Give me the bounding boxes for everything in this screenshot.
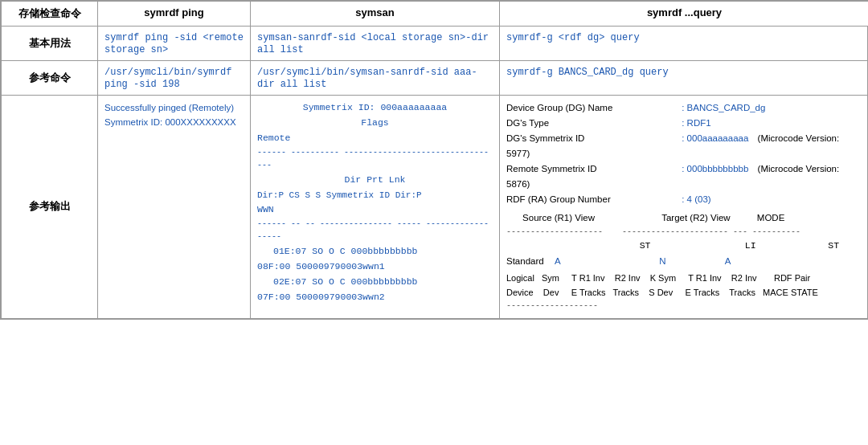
query-out-dashes-1: -------------------- -------------------… — [506, 226, 862, 239]
symsan-refout: Symmetrix ID: 000aaaaaaaaa Flags Remote … — [251, 96, 500, 319]
query-refout: Device Group (DG) Name : BANCS_CARD_dg D… — [500, 96, 869, 319]
query-label: RDF (RA) Group Number — [506, 192, 679, 207]
query-label: Standard — [506, 256, 544, 266]
query-label: DG's Type — [506, 116, 679, 131]
header-ping: symrdf ping — [98, 2, 251, 27]
row-label-basic: 基本用法 — [2, 27, 98, 61]
query-value: A — [555, 256, 560, 266]
query-value: : 000aaaaaaaaa — [682, 133, 748, 143]
header-cmd: 存储检查命令 — [2, 2, 98, 27]
ping-refcmd: /usr/symcli/bin/symrdf ping -sid 198 — [98, 61, 251, 96]
query-out-rdf-group: RDF (RA) Group Number : 4 (03) — [506, 192, 862, 207]
query-out-dg-name: Device Group (DG) Name : BANCS_CARD_dg — [506, 100, 862, 116]
symsan-out-10: 08F:00 500009790003wwn1 — [257, 259, 493, 275]
table-row: 参考命令 /usr/symcli/bin/symrdf ping -sid 19… — [2, 61, 869, 96]
table-row: 参考输出 Successfully pinged (Remotely) Symm… — [2, 96, 869, 319]
symsan-out-9: 01E:07 SO O C 000bbbbbbbbb — [257, 244, 493, 259]
query-label: Device Group (DG) Name — [506, 100, 679, 116]
query-out-remote-symid: Remote Symmetrix ID : 000bbbbbbbbb (Micr… — [506, 161, 862, 192]
query-out-device-header: Device Dev E Tracks Tracks S Dev E Track… — [506, 285, 862, 300]
query-out-st-header: ST LI ST — [506, 239, 862, 254]
symsan-refcmd: /usr/symcli/bin/symsan-sanrdf-sid aaa-di… — [251, 61, 500, 96]
query-out-logical-header: Logical Sym T R1 Inv R2 Inv K Sym T R1 I… — [506, 271, 862, 285]
symsan-basic: symsan-sanrdf-sid <local storage sn>-dir… — [251, 27, 500, 61]
ping-line-2: Symmetrix ID: 000XXXXXXXXX — [104, 115, 244, 129]
symsan-out-1: Symmetrix ID: 000aaaaaaaaa — [257, 100, 493, 116]
query-label: Source (R1) View — [506, 210, 595, 226]
query-mode: MODE — [757, 213, 785, 222]
query-out-dg-symid: DG's Symmetrix ID : 000aaaaaaaaa (Microc… — [506, 131, 862, 161]
query-value: : BANCS_CARD_dg — [682, 103, 765, 112]
query-value: : 000bbbbbbbbb — [682, 164, 748, 174]
query-out-standard: Standard A N A — [506, 254, 862, 269]
query-basic: symrdf-g <rdf dg> query — [500, 27, 869, 61]
main-table: 存储检查命令 symrdf ping symsan symrdf ...quer… — [0, 0, 868, 320]
ping-line-1: Successfully pinged (Remotely) — [104, 100, 244, 115]
query-value: : 4 (03) — [682, 194, 710, 204]
ping-refout: Successfully pinged (Remotely) Symmetrix… — [98, 96, 251, 319]
query-out-view-header: Source (R1) View Target (R2) View MODE — [506, 210, 862, 226]
header-symsan: symsan — [251, 2, 500, 27]
query-value2: N — [659, 256, 665, 266]
symsan-out-12: 07F:00 500009790003wwn2 — [257, 290, 493, 305]
query-value: : RDF1 — [682, 118, 710, 128]
table-row: 基本用法 symrdf ping -sid <remote storage sn… — [2, 27, 869, 61]
query-label: DG's Symmetrix ID — [506, 131, 679, 146]
symsan-out-11: 02E:07 SO O C 000bbbbbbbbb — [257, 275, 493, 290]
query-value: Target (R2) View — [661, 213, 730, 222]
symsan-out-8: ------ -- -- --------------- ----- -----… — [257, 218, 493, 244]
query-out-dashes-2: ------------------- — [506, 300, 862, 313]
row-label-refout: 参考输出 — [2, 96, 98, 319]
symsan-out-7: WWN — [257, 202, 493, 218]
query-value3: A — [725, 256, 731, 266]
query-refcmd: symrdf-g BANCS_CARD_dg query — [500, 61, 869, 96]
query-label: Remote Symmetrix ID — [506, 161, 679, 177]
row-label-refcmd: 参考命令 — [2, 61, 98, 96]
symsan-out-6: Dir:P CS S S Symmetrix ID Dir:P — [257, 188, 493, 202]
symsan-out-4: ------ ---------- ----------------------… — [257, 146, 493, 173]
ping-basic: symrdf ping -sid <remote storage sn> — [98, 27, 251, 61]
query-out-dg-type: DG's Type : RDF1 — [506, 116, 862, 131]
symsan-out-3: Remote — [257, 131, 493, 146]
symsan-out-2: Flags — [257, 116, 493, 131]
header-query: symrdf ...query — [500, 2, 869, 27]
symsan-out-5: Dir Prt Lnk — [257, 173, 493, 188]
